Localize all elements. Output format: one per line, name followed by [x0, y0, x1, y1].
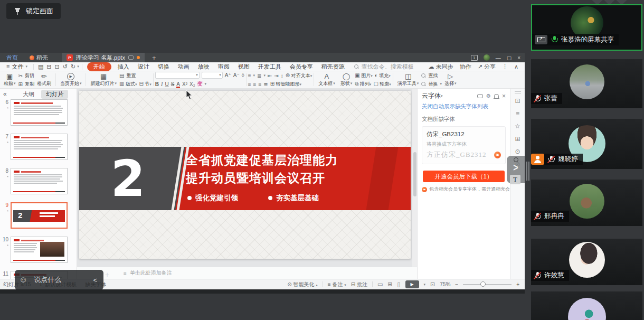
subscript-button[interactable]: X₂ — [190, 81, 195, 87]
align-left-button[interactable]: ≡ — [248, 81, 251, 87]
menu-tab-home-start[interactable]: 开始 — [87, 62, 111, 71]
slideshow-play-button[interactable]: ▶ — [405, 280, 419, 288]
collapse-panel-button[interactable]: « — [3, 90, 7, 98]
copy-button[interactable]: ⊞复制 — [18, 81, 34, 88]
minimize-button[interactable]: — — [496, 55, 501, 61]
menu-tab-animation[interactable]: 动画 — [174, 63, 194, 71]
command-search[interactable]: 查找命令、搜索模板 — [354, 63, 414, 71]
cut-button[interactable]: ✂剪切 — [18, 72, 34, 79]
text-effects-button[interactable]: 变 — [197, 80, 203, 88]
stamp-tool-icon[interactable]: ⊡ — [510, 97, 525, 105]
menu-tab-view[interactable]: 视图 — [234, 63, 254, 71]
participant-tile[interactable]: 邢冉冉 — [531, 180, 642, 226]
collapse-ribbon-icon[interactable]: ∧ — [514, 63, 518, 70]
comments-button[interactable]: ⊟ 批注 — [351, 281, 367, 288]
tab-docer[interactable]: 稻壳 — [24, 53, 53, 62]
lock-screen-button[interactable]: 锁定画面 — [6, 3, 61, 19]
participant-tile[interactable]: 许姣慧 — [531, 239, 642, 285]
redo-icon[interactable]: ↻ — [69, 63, 77, 70]
layers-tool-icon[interactable]: ⊞ — [510, 135, 525, 143]
participant-tile[interactable]: 张蕾 — [531, 59, 642, 108]
close-button[interactable]: × — [517, 55, 520, 61]
zoom-slider-knob[interactable] — [480, 281, 486, 287]
menu-tab-devtools[interactable]: 开发工具 — [254, 63, 286, 71]
underline-button[interactable]: U — [165, 81, 168, 87]
chat-collapse-button[interactable]: < — [93, 276, 97, 284]
canvas-scrollbar[interactable] — [412, 89, 417, 267]
panel-resize-handle[interactable] — [526, 162, 527, 181]
tab-document[interactable]: P 理论学习 名幕.pptx — [62, 53, 145, 62]
indent-right-button[interactable]: ⇥ — [274, 73, 278, 79]
notes-button[interactable]: ≡ 备注 ▾ — [328, 281, 346, 288]
file-menu[interactable]: ≡ 文件 ▾ — [3, 63, 31, 71]
text-tool-button[interactable]: T — [510, 175, 520, 184]
missing-font-card[interactable]: 仿宋_GB2312 将替换成下方字体 方正仿宋_GB2312 — [422, 126, 506, 164]
download-fonts-button[interactable]: 开通会员后下载（1） — [423, 171, 505, 182]
font-color-button[interactable]: A — [176, 81, 180, 87]
feedback-icon[interactable] — [477, 94, 483, 98]
replace-button[interactable]: 替换▾ — [421, 81, 442, 88]
zoom-in-button[interactable]: + — [516, 281, 519, 287]
participant-tile[interactable] — [531, 291, 642, 320]
effects-star-icon[interactable]: ☆ — [510, 123, 525, 130]
textbox-button[interactable]: A 文本框▾ — [316, 72, 338, 87]
outline-button[interactable]: ▢ 轮廓▾ — [373, 81, 391, 88]
slide-editor[interactable]: 2 全省抓党建促基层治理能力 提升动员暨培训会议召开 强化党建引领 夯实基层基础 — [79, 91, 411, 259]
shape-button[interactable]: ◯ 形状▾ — [338, 72, 355, 87]
format-painter-button[interactable]: ✏ 格式刷 — [34, 72, 54, 87]
window-count-badge[interactable]: 1 — [471, 55, 478, 61]
tab-home[interactable]: 首页 — [0, 53, 24, 62]
menu-tab-review[interactable]: 审阅 — [214, 63, 234, 71]
tab-slides[interactable]: 幻灯片 — [41, 90, 68, 99]
menu-tab-design[interactable]: 设计 — [134, 63, 154, 71]
slide-thumbnail-10[interactable]: 10* — [0, 237, 77, 263]
play-from-page-button[interactable]: ▶ 当页开始▾ — [58, 72, 84, 87]
new-slide-button[interactable]: ▦ 新建幻灯片▾ — [88, 72, 119, 87]
zoom-slider[interactable] — [463, 284, 512, 285]
expand-chevron-icon[interactable]: > — [513, 162, 518, 174]
section-button[interactable]: ⊟ 节▾ — [139, 81, 151, 88]
beautify-button[interactable]: ⊙ 智能美化 ▴ — [287, 281, 317, 288]
layout-button[interactable]: ▥ 版式▾ — [119, 81, 137, 88]
more-menu-icon[interactable]: ⋮ — [502, 63, 508, 70]
align-text-button[interactable]: ⊜ 对齐文本▾ — [286, 72, 312, 79]
slide-thumbnail-9-selected[interactable]: 9* 2 — [0, 202, 77, 229]
settings-gear-icon[interactable]: ⚙ — [486, 93, 491, 99]
strikethrough-button[interactable]: S — [171, 81, 175, 87]
smart-graphic-button[interactable]: ⊞ 转智能图形▾ — [270, 81, 301, 88]
slide-thumbnail-7[interactable]: 7* — [0, 134, 77, 160]
notes-pane[interactable]: ≡ 单击此处添加备注 — [77, 267, 417, 279]
sorter-view-button[interactable]: ⊞ — [387, 281, 392, 288]
help-tool-icon[interactable]: ⊙ — [510, 148, 525, 155]
zoom-level[interactable]: 75% — [440, 281, 450, 287]
menu-tab-member[interactable]: 会员专享 — [286, 63, 317, 71]
normal-view-button[interactable]: ▭ — [377, 281, 383, 288]
font-size-select[interactable] — [202, 72, 223, 79]
comment-bubble-icon[interactable] — [128, 55, 134, 60]
numbering-button[interactable]: ≣ — [257, 73, 261, 79]
zoom-out-button[interactable]: − — [455, 281, 458, 287]
collaborate-button[interactable]: 协作 — [460, 63, 471, 71]
close-panel-icon[interactable]: × — [502, 92, 506, 100]
bullets-button[interactable]: ≡ — [248, 73, 251, 79]
fill-button[interactable]: ◐ 填充▾ — [375, 72, 391, 79]
user-avatar[interactable] — [484, 54, 490, 61]
menu-tab-slideshow[interactable]: 放映 — [194, 63, 214, 71]
justify-button[interactable]: ≣ — [263, 81, 268, 87]
clear-format-button[interactable]: ◊ — [242, 72, 244, 78]
maximize-button[interactable]: ▢ — [507, 55, 512, 61]
bold-button[interactable]: B — [155, 81, 159, 87]
increase-font-button[interactable]: A⁺ — [225, 72, 231, 78]
menu-tab-docer-res[interactable]: 稻壳资源 — [317, 63, 349, 71]
select-button[interactable]: ▷ 选择▾ — [442, 72, 459, 87]
reset-button[interactable]: ▤重置 — [119, 72, 151, 79]
save-icon[interactable]: ▤ — [36, 63, 45, 70]
panel-drag-handle[interactable] — [515, 91, 521, 92]
align-right-button[interactable]: ≡ — [258, 81, 261, 87]
line-spacing-button[interactable]: ↕ — [281, 73, 283, 79]
preview-icon[interactable]: ⊡ — [53, 63, 61, 70]
notification-bell-icon[interactable] — [494, 94, 499, 98]
tab-outline[interactable]: 大纲 — [18, 90, 39, 99]
undo-icon[interactable]: ↺ — [61, 63, 69, 70]
paste-button[interactable]: ▣ 粘贴▾ — [1, 72, 18, 87]
